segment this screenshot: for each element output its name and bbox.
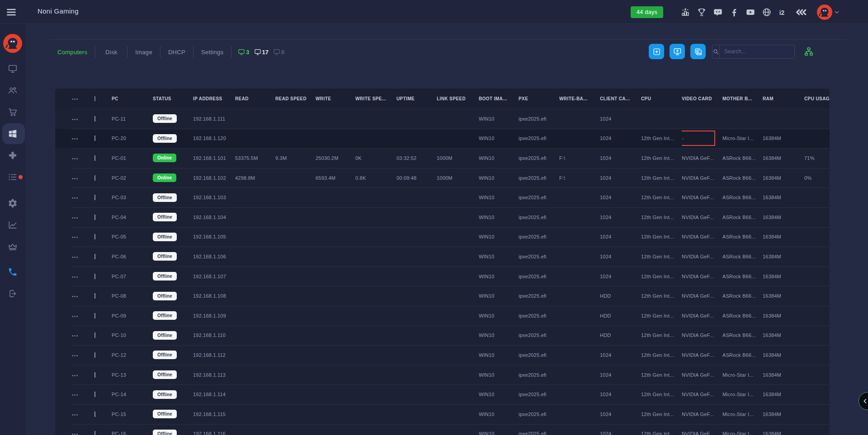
sidebar-item-shop[interactable] — [2, 107, 24, 117]
row-checkbox[interactable] — [94, 195, 95, 200]
table-row-pc-16[interactable]: PC-16Offline192.168.1.116WIN10ipxe2025.e… — [55, 424, 830, 435]
youtube-icon[interactable] — [745, 7, 755, 17]
row-actions-icon[interactable] — [71, 431, 78, 435]
row-checkbox[interactable] — [94, 352, 95, 358]
tab-image[interactable]: Image — [127, 49, 160, 56]
row-actions-icon[interactable] — [71, 412, 78, 417]
row-checkbox[interactable] — [94, 293, 95, 299]
uptime-cell: 00:09:48 — [396, 175, 437, 181]
sidebar-item-stats[interactable] — [2, 220, 24, 230]
video_card-cell: NVIDIA GeF... — [682, 313, 722, 318]
row-checkbox[interactable] — [94, 332, 95, 338]
row-checkbox[interactable] — [94, 254, 95, 259]
license-days-badge[interactable]: 44 days — [631, 6, 663, 18]
row-actions-icon[interactable] — [71, 332, 78, 338]
globe-icon[interactable] — [762, 7, 772, 17]
table-row-pc-05[interactable]: PC-05Offline192.168.1.105WIN10ipxe2025.e… — [55, 227, 830, 247]
ram-cell: 16384M — [763, 352, 804, 358]
tab-disk[interactable]: Disk — [95, 49, 127, 56]
crown-icon — [8, 242, 18, 252]
row-actions-icon[interactable] — [71, 293, 78, 299]
images-button[interactable] — [690, 44, 706, 59]
pc-cell: PC-06 — [112, 254, 153, 259]
sidebar-item-logout[interactable] — [2, 288, 24, 299]
sidebar-item-settings[interactable] — [2, 198, 24, 209]
table-row-pc-12[interactable]: PC-12Offline192.168.1.112WIN10ipxe2025.e… — [55, 345, 830, 365]
monitor-counter-1[interactable]: 17 — [254, 48, 269, 56]
row-checkbox[interactable] — [94, 412, 95, 417]
row-actions-icon[interactable] — [71, 155, 78, 161]
hamburger-menu-icon[interactable] — [5, 6, 17, 18]
cpu-cell: 12th Gen Int... — [641, 254, 682, 259]
tab-dhcp[interactable]: DHCP — [160, 49, 193, 56]
table-row-pc-06[interactable]: PC-06Offline192.168.1.106WIN10ipxe2025.e… — [55, 247, 830, 267]
row-checkbox[interactable] — [94, 234, 95, 239]
row-actions-icon[interactable] — [71, 274, 78, 279]
table-row-pc-01[interactable]: PC-01Online192.168.1.10153375.5M9.3M2503… — [55, 148, 830, 168]
sidebar-item-users[interactable] — [2, 85, 24, 96]
chevrons-logo-icon[interactable] — [794, 7, 808, 17]
table-row-pc-10[interactable]: PC-10Offline192.168.1.110WIN10ipxe2025.e… — [55, 326, 830, 346]
table-row-pc-20[interactable]: PC-20Offline192.168.1.120WIN10ipxe2025.e… — [55, 129, 830, 149]
row-actions-icon[interactable] — [71, 352, 78, 358]
table-row-pc-08[interactable]: PC-08Offline192.168.1.108WIN10ipxe2025.e… — [55, 286, 830, 306]
panel-toggle-button[interactable] — [859, 392, 868, 410]
row-actions-icon[interactable] — [71, 136, 78, 141]
sidebar-item-computers[interactable] — [2, 63, 24, 74]
i2-logo-icon[interactable]: i2 — [778, 7, 788, 17]
row-actions-icon[interactable] — [71, 254, 78, 259]
row-checkbox[interactable] — [94, 136, 95, 141]
chevron-down-icon[interactable] — [834, 9, 840, 15]
select-all-checkbox[interactable] — [94, 96, 95, 101]
row-checkbox[interactable] — [94, 274, 95, 279]
facebook-icon[interactable] — [729, 7, 739, 17]
table-row-pc-04[interactable]: PC-04Offline192.168.1.104WIN10ipxe2025.e… — [55, 207, 830, 227]
chevron-left-icon — [862, 398, 868, 405]
row-actions-icon[interactable] — [71, 195, 78, 200]
tab-computers[interactable]: Computers — [50, 49, 95, 56]
add-computer-button[interactable] — [649, 44, 664, 59]
row-checkbox[interactable] — [94, 116, 95, 122]
sidebar-item-games[interactable] — [2, 150, 24, 161]
sidebar-item-license[interactable] — [2, 241, 24, 252]
table-row-pc-03[interactable]: PC-03Offline192.168.1.103WIN10ipxe2025.e… — [55, 187, 830, 207]
row-checkbox[interactable] — [94, 155, 95, 161]
table-row-pc-09[interactable]: PC-09Offline192.168.1.109WIN10ipxe2025.e… — [55, 306, 830, 326]
row-actions-icon[interactable] — [71, 234, 78, 239]
table-row-pc-14[interactable]: PC-14Offline192.168.1.114WIN10ipxe2025.e… — [55, 384, 830, 404]
ranking-icon[interactable] — [680, 7, 690, 17]
table-row-pc-15[interactable]: PC-15Offline192.168.1.115WIN10ipxe2025.e… — [55, 404, 830, 424]
row-checkbox[interactable] — [94, 392, 95, 397]
add-monitor-button[interactable] — [670, 44, 685, 59]
trophy-icon[interactable] — [697, 7, 707, 17]
status-cell: Online — [153, 154, 193, 162]
table-row-pc-11[interactable]: PC-11Offline192.168.1.111WIN10ipxe2025.e… — [55, 109, 830, 129]
client_cache-cell: 1024 — [600, 116, 641, 122]
sitemap-icon[interactable] — [804, 47, 814, 56]
row-actions-icon[interactable] — [71, 175, 78, 181]
tab-settings[interactable]: Settings — [193, 49, 231, 56]
sidebar-item-windows[interactable] — [2, 128, 24, 139]
pxe-cell: ipxe2025.efi — [519, 254, 559, 259]
row-checkbox[interactable] — [94, 431, 95, 435]
monitor-counter-2[interactable]: 0 — [273, 48, 284, 56]
table-row-pc-02[interactable]: PC-02Online192.168.1.1024298.8M6593.4M0.… — [55, 168, 830, 188]
column-header-cpu: CPU — [641, 96, 682, 101]
row-actions-icon[interactable] — [71, 313, 78, 318]
row-checkbox[interactable] — [94, 372, 95, 378]
monitor-counter-0[interactable]: 3 — [238, 48, 249, 56]
row-checkbox[interactable] — [94, 215, 95, 220]
row-actions-icon[interactable] — [71, 215, 78, 220]
table-row-pc-13[interactable]: PC-13Offline192.168.1.113WIN10ipxe2025.e… — [55, 365, 830, 385]
table-row-pc-07[interactable]: PC-07Offline192.168.1.107WIN10ipxe2025.e… — [55, 267, 830, 286]
row-checkbox[interactable] — [94, 313, 95, 318]
row-actions-icon[interactable] — [71, 392, 78, 397]
row-actions-icon[interactable] — [71, 116, 78, 122]
user-avatar[interactable] — [817, 5, 832, 20]
sidebar-item-logs[interactable] — [2, 172, 24, 182]
row-checkbox[interactable] — [94, 175, 95, 181]
row-actions-icon[interactable] — [71, 372, 78, 378]
search-input[interactable] — [720, 48, 799, 55]
sidebar-item-support[interactable] — [2, 267, 24, 277]
discord-icon[interactable] — [713, 7, 723, 17]
